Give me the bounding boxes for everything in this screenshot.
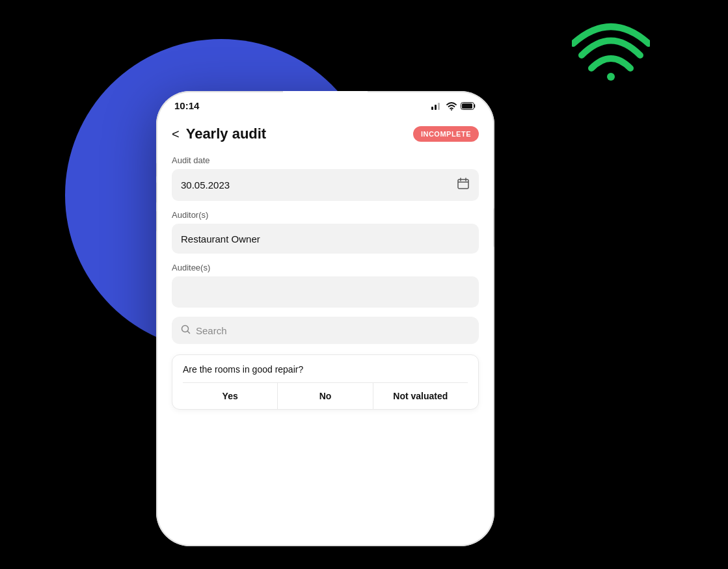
scene: 10:14 xyxy=(0,0,728,569)
battery-icon xyxy=(461,102,476,110)
header-left: < Yearly audit xyxy=(172,126,266,142)
phone-volume-down-button xyxy=(156,211,157,232)
wifi-status-icon xyxy=(446,101,457,111)
search-input-placeholder: Search xyxy=(196,325,227,336)
auditees-input[interactable] xyxy=(172,276,479,308)
answer-options: Yes No Not valuated xyxy=(183,382,468,409)
audit-date-input[interactable]: 30.05.2023 xyxy=(172,169,479,201)
status-badge: INCOMPLETE xyxy=(413,126,479,142)
auditors-input[interactable]: Restaurant Owner xyxy=(172,224,479,254)
page-header: < Yearly audit INCOMPLETE xyxy=(172,126,479,142)
calendar-icon xyxy=(457,177,470,193)
auditors-label: Auditor(s) xyxy=(172,210,479,220)
phone-silent-button xyxy=(156,163,157,177)
svg-rect-7 xyxy=(458,179,468,189)
signal-bars-icon xyxy=(431,101,442,111)
screen-content: < Yearly audit INCOMPLETE Audit date 30.… xyxy=(156,115,494,410)
svg-rect-6 xyxy=(462,103,472,109)
wifi-decoration-icon xyxy=(572,13,650,87)
search-bar[interactable]: Search xyxy=(172,317,479,344)
phone-volume-up-button xyxy=(156,182,157,203)
svg-rect-2 xyxy=(435,105,437,110)
answer-no[interactable]: No xyxy=(278,383,373,409)
svg-rect-3 xyxy=(438,103,440,110)
phone-notch xyxy=(283,91,368,108)
question-card: Are the rooms in good repair? Yes No Not… xyxy=(172,354,479,410)
auditors-value: Restaurant Owner xyxy=(181,233,260,245)
back-button[interactable]: < xyxy=(172,127,180,142)
question-text: Are the rooms in good repair? xyxy=(183,364,468,375)
auditors-field-group: Auditor(s) Restaurant Owner xyxy=(172,210,479,254)
phone-power-button xyxy=(493,208,494,247)
page-title: Yearly audit xyxy=(186,126,267,142)
auditees-label: Auditee(s) xyxy=(172,263,479,272)
svg-point-0 xyxy=(607,73,615,81)
status-time: 10:14 xyxy=(174,100,199,111)
status-icons xyxy=(431,101,476,111)
audit-date-field-group: Audit date 30.05.2023 xyxy=(172,155,479,201)
audit-date-value: 30.05.2023 xyxy=(181,179,230,191)
audit-date-label: Audit date xyxy=(172,155,479,165)
phone-mockup: 10:14 xyxy=(156,91,494,546)
svg-rect-1 xyxy=(431,107,433,110)
search-icon xyxy=(181,324,191,336)
auditees-field-group: Auditee(s) xyxy=(172,263,479,308)
svg-point-4 xyxy=(451,109,452,111)
answer-not-valuated[interactable]: Not valuated xyxy=(373,383,468,409)
answer-yes[interactable]: Yes xyxy=(183,383,278,409)
